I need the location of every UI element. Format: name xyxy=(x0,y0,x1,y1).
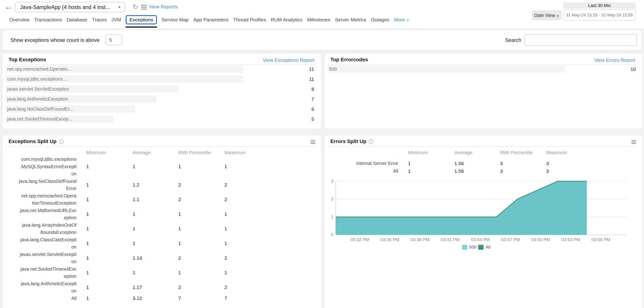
tab-database[interactable]: Database xyxy=(66,17,88,23)
cell-value: 3.12 xyxy=(132,295,178,301)
cell-value: 2 xyxy=(178,284,224,290)
app-selector-dropdown[interactable]: Java-SampleApp (4 hosts and 4 inst... ▼ xyxy=(15,2,125,12)
bar-row[interactable]: 50010 xyxy=(327,66,636,73)
hamburger-menu-icon[interactable] xyxy=(141,5,147,11)
view-reports-link[interactable]: View Reports xyxy=(149,4,178,10)
bar-row[interactable]: net.spy.memcached.Operatio...11 xyxy=(5,66,314,73)
cell-value: 3 xyxy=(546,161,581,166)
bar-label: com.mysql.jdbc.exceptions.... xyxy=(7,75,68,83)
cell-value: 1.56 xyxy=(454,161,500,166)
table-row: All13.1277 xyxy=(3,295,321,302)
row-label: java.net.MalformedURLExc eption xyxy=(3,207,76,222)
bar-label: java.net.SocketTimeoutExcep... xyxy=(7,115,72,123)
cell-value: 3 xyxy=(500,161,546,166)
back-arrow-icon[interactable]: ← xyxy=(4,2,14,12)
row-label: java.lang.ArithmeticExcepti on xyxy=(3,280,76,295)
date-range-field[interactable]: 31-May-24 15:28 - 31-May-24 15:58 xyxy=(563,10,636,21)
y-axis-label: 2 xyxy=(324,197,333,202)
x-axis-label: 03:47 PM xyxy=(501,237,520,242)
cell-value: 1 xyxy=(86,197,132,202)
tab-outages[interactable]: Outages xyxy=(371,17,389,23)
x-axis-label: 03:35 PM xyxy=(380,237,399,242)
view-exceptions-report-link[interactable]: View Exceptions Report xyxy=(263,57,314,63)
top-errorcodes-panel: Top Errorcodes View Errors Report 50010 xyxy=(324,54,642,128)
table-row: java.lang.ClassCastExcepti on1111 xyxy=(3,236,321,251)
tab-rum-analytics[interactable]: RUM Analytics xyxy=(271,17,302,23)
row-label: java.lang.ClassCastExcepti on xyxy=(3,236,76,251)
cell-value: 1 xyxy=(86,182,132,188)
cell-value: 2 xyxy=(224,255,259,261)
row-label: java.net.SocketTimeoutExc eption xyxy=(3,265,76,280)
x-axis-label: 03:41 PM xyxy=(441,237,460,242)
bar-row[interactable]: java.lang.ArithmeticException7 xyxy=(5,95,314,103)
cell-value: 1 xyxy=(224,164,259,169)
cell-value: 1 xyxy=(132,226,178,232)
x-axis-label: 03:44 PM xyxy=(471,237,490,242)
cell-value: 2 xyxy=(178,197,224,202)
bar-row[interactable]: java.lang.NoClassDefFoundEr...6 xyxy=(5,105,314,113)
cell-value: 1 xyxy=(86,284,132,290)
tab-traces[interactable]: Traces xyxy=(92,17,107,23)
info-icon[interactable]: i xyxy=(59,139,64,144)
errors-split-up-panel: Errors Split Up i MinimumAverage95th Per… xyxy=(324,135,642,308)
search-input[interactable] xyxy=(524,34,637,46)
bar-count: 11 xyxy=(309,75,314,83)
bar-count: 7 xyxy=(311,95,314,103)
column-header: Minimum xyxy=(408,150,454,156)
app-selector-value: Java-SampleApp (4 hosts and 4 inst... xyxy=(20,2,110,12)
count-filter-label: Show exceptions whose count is above xyxy=(10,30,100,50)
bar-count: 11 xyxy=(309,66,314,73)
x-axis-label: 03:53 PM xyxy=(561,237,580,242)
filter-bar: Show exceptions whose count is above 5 S… xyxy=(3,30,641,50)
tab-jvm[interactable]: JVM xyxy=(111,17,121,23)
tab-overview[interactable]: Overview xyxy=(9,17,30,23)
x-axis-label: 03:56 PM xyxy=(592,237,610,242)
bar-label: 500 xyxy=(329,66,336,73)
panel-title: Top Errorcodes xyxy=(330,57,368,63)
exceptions-split-up-panel: Exceptions Split Up i MinimumAverage95th… xyxy=(3,135,321,308)
row-label: javax.servlet.ServletExcepti on xyxy=(3,251,76,265)
chevron-down-icon: ▼ xyxy=(118,2,121,12)
table-row: com.mysql.jdbc.exceptions .MySQLSyntaxEr… xyxy=(3,156,321,178)
refresh-icon[interactable]: ↻ xyxy=(132,3,138,11)
cell-value: 1 xyxy=(224,241,259,246)
bar-row[interactable]: java.net.SocketTimeoutExcep...5 xyxy=(5,115,314,123)
cell-value: 1 xyxy=(86,255,132,261)
cell-value: 1 xyxy=(132,241,178,246)
tab-milestones[interactable]: Milestones xyxy=(307,17,330,23)
tab-app-parameters[interactable]: App Parameters xyxy=(193,17,228,23)
chart-legend: 500All xyxy=(317,245,635,250)
count-filter-input[interactable]: 5 xyxy=(106,34,122,45)
tab-service-map[interactable]: Service Map xyxy=(162,17,189,23)
panel-menu-icon[interactable] xyxy=(632,140,636,145)
bar-row[interactable]: com.mysql.jdbc.exceptions....11 xyxy=(5,75,314,83)
cell-value: 1 xyxy=(178,270,224,275)
table-row: java.lang.NoClassDefFound Error11.222 xyxy=(3,178,321,192)
errorcode-bar-list: 50010 xyxy=(327,66,636,75)
tab-server-metrics[interactable]: Server Metrics xyxy=(335,17,366,23)
bar-row[interactable]: javax.servlet.ServletException8 xyxy=(5,85,314,93)
tab-exceptions[interactable]: Exceptions xyxy=(126,15,157,24)
cell-value: 1.1 xyxy=(132,197,178,202)
tab-thread-profiles[interactable]: Thread Profiles xyxy=(233,17,266,23)
date-view-button[interactable]: Date View ▼ xyxy=(532,10,562,21)
column-header: Minimum xyxy=(86,150,132,156)
row-label: net.spy.memcached.Opera tionTimeoutExcep… xyxy=(3,192,76,207)
divider xyxy=(6,65,317,65)
legend-label[interactable]: All xyxy=(486,245,490,250)
table-row: java.net.SocketTimeoutExc eption1111 xyxy=(3,265,321,280)
info-icon[interactable]: i xyxy=(368,139,374,144)
y-axis-label: 1 xyxy=(324,214,333,220)
bar-count: 6 xyxy=(311,105,314,113)
legend-label[interactable]: 500 xyxy=(469,245,476,250)
cell-value: 1.2 xyxy=(132,182,178,188)
panel-title: Errors Split Up xyxy=(330,138,366,144)
panel-menu-icon[interactable] xyxy=(311,140,315,145)
view-errors-report-link[interactable]: View Errors Report xyxy=(594,57,635,63)
bar-fill xyxy=(327,66,565,73)
cell-value: 1 xyxy=(178,164,224,169)
tab-transactions[interactable]: Transactions xyxy=(34,17,62,23)
cell-value: 1 xyxy=(224,270,259,275)
tab-more[interactable]: More ▼ xyxy=(394,17,410,23)
time-range-badge[interactable]: Last 30 Min xyxy=(563,2,636,9)
